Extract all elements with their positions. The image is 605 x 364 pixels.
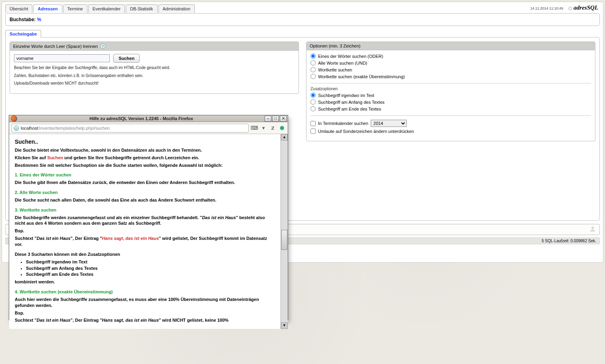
- tab-administration[interactable]: Administration: [158, 4, 195, 13]
- search-box: Einzelne Worte durch Leer (Space) trenne…: [10, 42, 299, 94]
- main-tabs: Übersicht Adressen Termine Eventkalender…: [5, 4, 196, 13]
- help-s1: 1. Eines der Wörter suchen: [15, 172, 275, 178]
- t: kombiniert werden.: [15, 279, 55, 284]
- zotero-icon[interactable]: Z: [269, 125, 276, 131]
- t: Die Suche gibt Ihnen alle Datensätze zur…: [15, 180, 235, 185]
- t: Suchen: [47, 155, 63, 160]
- popup-title: Hilfe zu adresSQL Version 1.2245 - Mozil…: [19, 116, 264, 121]
- tab-uebersicht[interactable]: Übersicht: [5, 4, 32, 13]
- subtab-sucheingabe[interactable]: Sucheingabe: [5, 30, 41, 38]
- t: und geben Sie Ihre Suchbegriffe getrennt…: [63, 155, 199, 160]
- t: Auch hier werden die Suchbegriffe zusamm…: [15, 297, 259, 308]
- opt-mode-exakt-label: Wortkette suchen (exakte Übereinstimmung…: [318, 74, 405, 79]
- url-host: localhost: [21, 126, 38, 131]
- opt-calendar-check[interactable]: [310, 121, 316, 126]
- help-li2: Suchbegriff am Anfang des Textes: [26, 265, 275, 271]
- help-icon[interactable]: ?: [100, 44, 105, 49]
- opt-pos-anywhere[interactable]: [310, 93, 316, 98]
- footer-sql-runtime: 5 SQL-Laufzeit: 0.009862 Sek.: [542, 239, 596, 243]
- opt-mode-kette[interactable]: [310, 67, 316, 72]
- opt-umlaut-label: Umlaute auf Sonderzeichen ändern unterdr…: [318, 129, 414, 134]
- minimize-button[interactable]: –: [265, 116, 271, 122]
- opt-mode-und[interactable]: [310, 60, 316, 65]
- t: Hans sagt: [102, 236, 123, 241]
- keyboard-icon[interactable]: ⌨: [251, 125, 258, 131]
- opt-mode-oder[interactable]: [310, 53, 316, 59]
- tab-eventkalender[interactable]: Eventkalender: [88, 4, 125, 13]
- t: Bestimmen Sie mit welcher Suchoption sie…: [15, 163, 223, 168]
- opt-mode-und-label: Alle Worte suchen (UND): [318, 61, 367, 65]
- search-button[interactable]: Suchen: [113, 54, 140, 63]
- opt-mode-oder-label: Eines der Wörter suchen (ODER): [318, 54, 383, 59]
- t: Diese 3 Sucharten können mit den Zusatzo…: [15, 252, 120, 257]
- help-popup-window: Hilfe zu adresSQL Version 1.2245 - Mozil…: [9, 115, 288, 320]
- t: Das ist ein Haus: [37, 236, 71, 241]
- search-hint-2: Zahlen, Buchstaben etc. könnten z.B. in …: [14, 73, 295, 79]
- maximize-button[interactable]: □: [272, 116, 279, 122]
- t: das ist ein Haus: [125, 236, 159, 241]
- opt-pos-end-label: Suchbegriff am Ende des Textes: [318, 107, 381, 111]
- t: ", Der Eintrag ": [71, 236, 102, 241]
- t: Suchtext ": [15, 236, 37, 241]
- popup-toolbar: localhost/inventar/templates/help.php#su…: [9, 122, 288, 134]
- help-li1: Suchbegriff irgendwo im Text: [26, 259, 275, 265]
- brand-name: adresSQL: [573, 4, 598, 11]
- timestamp: 14.11.2014 11:10:49: [530, 6, 563, 10]
- filter-label: Buchstabe:: [10, 17, 37, 22]
- t: Suchtext ": [15, 318, 37, 322]
- url-bar[interactable]: localhost/inventar/templates/help.php#su…: [12, 124, 249, 133]
- t: ", Der Eintrag ": [71, 318, 102, 322]
- opt-subheader: Zusatzoptionen: [310, 87, 591, 91]
- close-button[interactable]: ✕: [280, 116, 287, 122]
- opt-mode-exakt[interactable]: [310, 74, 316, 79]
- opt-pos-anywhere-label: Suchbegriff irgendwo im Text: [318, 93, 374, 98]
- search-input[interactable]: [14, 54, 110, 62]
- dropdown-icon[interactable]: ▾: [260, 125, 267, 131]
- popup-titlebar[interactable]: Hilfe zu adresSQL Version 1.2245 - Mozil…: [9, 115, 288, 122]
- t: Das ist ein Haus: [202, 215, 236, 220]
- tab-adressen[interactable]: Adressen: [33, 4, 62, 13]
- scroll-thumb[interactable]: [281, 230, 287, 250]
- filter-value: %: [37, 17, 42, 22]
- t: Klicken Sie auf: [15, 155, 47, 160]
- url-path: /inventar/templates/help.php#suchen: [38, 126, 110, 131]
- tab-termine[interactable]: Termine: [63, 4, 87, 13]
- t: Hans sagt, das ist ein Haus: [102, 318, 159, 322]
- globe-icon: [14, 125, 19, 131]
- search-box-header: Einzelne Worte durch Leer (Space) trenne…: [13, 44, 98, 49]
- t: " wird NICHT gelistet, keine 100%: [159, 318, 229, 322]
- options-box: Optionen (min. 3 Zeichen) Eines der Wört…: [306, 42, 595, 141]
- help-intro-1: Die Suche bietet eine Volltextsuche, sow…: [15, 148, 202, 152]
- t: Bsp.: [15, 228, 24, 233]
- popup-scrollbar[interactable]: ▲ ▼: [281, 134, 288, 329]
- brand-area: 14.11.2014 11:10:49 ◌ adresSQL: [530, 4, 600, 11]
- help-content: Suchen.. Die Suche bietet eine Volltexts…: [9, 134, 281, 329]
- svg-point-0: [591, 227, 594, 229]
- help-s2: 2. Alle Worte suchen: [15, 190, 275, 196]
- opt-pos-end[interactable]: [310, 106, 316, 111]
- search-hint-1: Beachten Sie bei der Eingabe der Suchbeg…: [14, 65, 295, 71]
- t: Die Suche sucht nach allen Daten, die so…: [15, 198, 216, 202]
- extension-icon[interactable]: ⬢: [279, 125, 285, 131]
- scroll-up-icon[interactable]: ▲: [281, 134, 288, 140]
- options-header: Optionen (min. 3 Zeichen): [310, 44, 360, 48]
- opt-pos-start[interactable]: [310, 99, 316, 105]
- opt-umlaut-check[interactable]: [310, 129, 316, 134]
- help-li3: Suchbegriff am Ende des Textes: [26, 271, 275, 277]
- scroll-down-icon[interactable]: ▼: [281, 322, 288, 329]
- opt-pos-start-label: Suchbegriff am Anfang des Textes: [318, 100, 385, 105]
- t: Die Suchbegriffe werden zusammengefasst …: [15, 215, 202, 220]
- t: Das ist ein Haus: [37, 318, 71, 322]
- brand-logo-icon: ◌: [568, 6, 572, 10]
- tab-db-statistik[interactable]: DB-Statistik: [126, 4, 157, 13]
- firefox-icon: [11, 115, 17, 122]
- help-s3: 3. Wortkette suchen: [15, 207, 275, 213]
- opt-calendar-label: In Terminkalender suchen: [318, 121, 368, 126]
- help-heading: Suchen..: [15, 138, 275, 146]
- opt-calendar-year[interactable]: 2014: [371, 120, 407, 127]
- search-hint-3: Uploads/Downloads werden NICHT durchsuch…: [14, 81, 295, 86]
- help-s4: 4. Wortkette suchen (exakte Übereinstimm…: [15, 289, 275, 295]
- t: Bsp.: [15, 311, 24, 315]
- filter-panel: Buchstabe: %: [5, 13, 600, 26]
- user-icon: [589, 226, 596, 233]
